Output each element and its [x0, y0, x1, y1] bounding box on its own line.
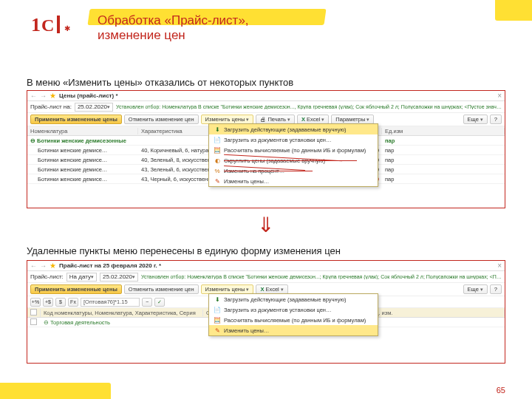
set-amount-button[interactable]: $ [55, 298, 66, 307]
close-icon[interactable]: × [497, 92, 502, 100]
col-code[interactable]: Код номенклатуры, Номенклатура, Характер… [41, 310, 203, 316]
mode-field[interactable]: На дату ▾ [66, 273, 97, 282]
close-icon[interactable]: × [497, 262, 502, 270]
window-title: Цены (прайс-лист) * [59, 92, 497, 99]
screenshot-before: ← → ★ Цены (прайс-лист) * × Прайс-лист н… [27, 90, 505, 208]
add-percent-button[interactable]: +% [30, 298, 41, 307]
fx-button[interactable]: Fx [68, 298, 78, 307]
fwd-icon[interactable]: → [40, 262, 47, 270]
more-button[interactable]: Еще ▾ [463, 115, 488, 124]
help-button[interactable]: ? [490, 115, 502, 124]
favorite-icon[interactable]: ★ [50, 92, 56, 100]
change-prices-dropdown: ⬇Загрузить действующие (задаваемые вручн… [208, 123, 378, 187]
fwd-icon[interactable]: → [40, 92, 47, 100]
window-title: Прайс-лист на 25 февраля 2020 г. * [59, 262, 497, 269]
dd-round[interactable]: ◐Округлить цены (задаваемые вручную) [209, 155, 378, 166]
dd-load-current[interactable]: ⬇Загрузить действующие (задаваемые вручн… [209, 294, 378, 304]
caption-before: В меню «Изменить цены» отказались от нек… [27, 77, 293, 88]
clear-button[interactable]: − [142, 298, 152, 307]
dd-load-current[interactable]: ⬇Загрузить действующие (задаваемые вручн… [209, 124, 378, 134]
pricelist-date-label: Прайс-лист на: [30, 103, 72, 110]
dd-recalc[interactable]: 🧮Рассчитать вычисляемые (по данным ИБ и … [209, 315, 378, 325]
filter-text[interactable]: Установлен отбор: Номенклатура В списке … [116, 104, 502, 109]
caption-after: Удаленные пункты меню перенесены в едину… [27, 245, 341, 256]
page-number: 65 [497, 386, 505, 395]
apply-button[interactable]: Применить измененные цены [30, 115, 122, 124]
back-icon[interactable]: ← [30, 262, 37, 270]
change-prices-dropdown: ⬇Загрузить действующие (задаваемые вручн… [208, 293, 378, 336]
col-unit[interactable]: Ед.изм [382, 128, 505, 134]
window-titlebar: ← → ★ Цены (прайс-лист) * × [27, 91, 505, 101]
add-amount-button[interactable]: +$ [43, 298, 53, 307]
col-unit[interactable]: Ед. изм. [369, 310, 505, 316]
dd-load-docs[interactable]: 📄Загрузить из документов установки цен… [209, 304, 378, 315]
dd-change[interactable]: ✎Изменить цены… [209, 176, 378, 186]
date-field[interactable]: 25.02.2020▾ [75, 103, 113, 112]
formula-input[interactable]: [Оптовая76]*1.15 [81, 298, 140, 307]
back-icon[interactable]: ← [30, 92, 37, 100]
dd-change[interactable]: ✎Изменить цены… [209, 325, 378, 335]
slide-title: Обработка «Прайс-лист», изменение цен [98, 13, 304, 44]
cancel-button[interactable]: Отменить изменение цен [124, 115, 199, 124]
down-arrow-icon: ⇓ [257, 213, 274, 237]
dd-percent[interactable]: %Изменить на процент… [209, 166, 378, 176]
logo-1c: 1C✱ [31, 13, 70, 36]
apply-formula-button[interactable]: ✓ [154, 298, 165, 307]
cancel-button[interactable]: Отменить изменение цен [124, 284, 199, 294]
dd-recalc[interactable]: 🧮Рассчитать вычисляемые (по данным ИБ и … [209, 145, 378, 155]
date-field[interactable]: 25.02.2020 ▾ [100, 273, 138, 282]
select-all-checkbox[interactable] [30, 309, 37, 316]
filter-text[interactable]: Установлен отбор: Номенклатура В списке … [141, 274, 502, 279]
more-button[interactable]: Еще ▾ [463, 284, 488, 294]
screenshot-after: ← → ★ Прайс-лист на 25 февраля 2020 г. *… [27, 260, 505, 364]
favorite-icon[interactable]: ★ [50, 262, 56, 270]
pricelist-mode-label: Прайс-лист: [30, 273, 64, 280]
help-button[interactable]: ? [490, 284, 502, 294]
apply-button[interactable]: Применить измененные цены [30, 284, 122, 294]
col-nomenclature[interactable]: Номенклатура [27, 128, 138, 134]
dd-load-docs[interactable]: 📄Загрузить из документов установки цен… [209, 134, 378, 145]
